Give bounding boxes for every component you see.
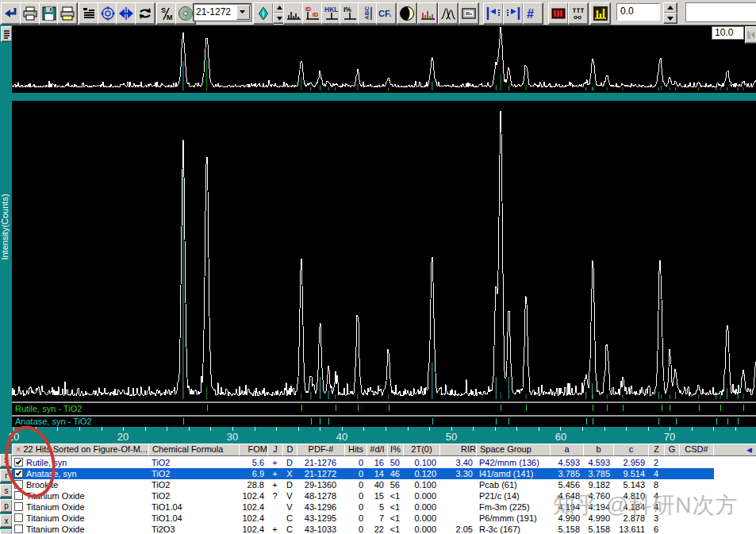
svg-text:CF.: CF. bbox=[378, 9, 392, 18]
svg-text:ABC: ABC bbox=[363, 6, 370, 20]
svg-text:M: M bbox=[167, 13, 173, 21]
svg-text:oo: oo bbox=[574, 13, 581, 21]
svg-text:ID: ID bbox=[305, 6, 311, 12]
svg-text:S: S bbox=[161, 6, 166, 14]
svg-text:#: # bbox=[527, 7, 534, 21]
svg-text:HKL: HKL bbox=[324, 6, 338, 13]
svg-text:ID: ID bbox=[313, 12, 318, 17]
svg-text:I%: I% bbox=[343, 6, 351, 13]
